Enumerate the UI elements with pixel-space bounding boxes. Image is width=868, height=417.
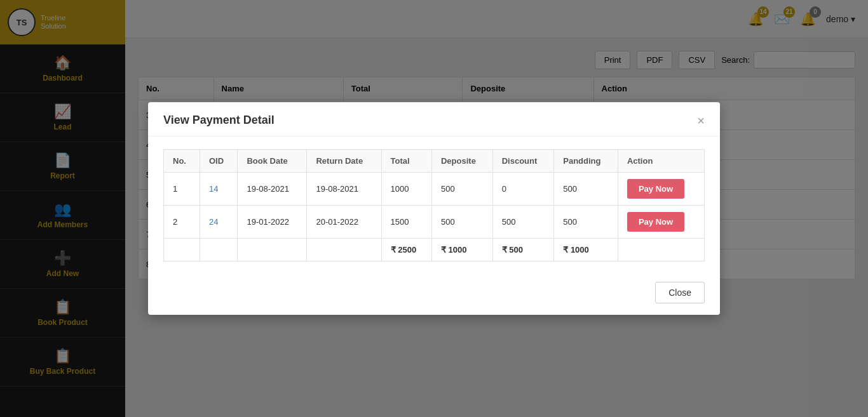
modal-cell-no: 2 [164,206,200,239]
modal-col-action: Action [618,150,704,173]
modal-cell-action: Pay Now [618,206,704,239]
modal-table: No. OID Book Date Return Date Total Depo… [163,149,705,261]
modal-overlay[interactable]: View Payment Detail × No. OID Book Date … [0,0,868,417]
modal-body: No. OID Book Date Return Date Total Depo… [148,136,720,274]
pandding-sum: ₹ 1000 [554,239,618,261]
payment-detail-modal: View Payment Detail × No. OID Book Date … [148,102,720,315]
modal-close-button[interactable]: × [697,114,705,127]
modal-cell-discount: 500 [492,206,554,239]
modal-cell-total: 1000 [381,173,431,206]
modal-col-deposite: Deposite [431,150,492,173]
modal-cell-discount: 0 [492,173,554,206]
modal-table-row: 1 14 19-08-2021 19-08-2021 1000 500 0 50… [164,173,705,206]
modal-col-oid: OID [200,150,238,173]
close-modal-button[interactable]: Close [655,282,705,303]
modal-cell-book-date: 19-01-2022 [238,206,307,239]
modal-cell-return-date: 20-01-2022 [307,206,381,239]
modal-header: View Payment Detail × [148,102,720,136]
modal-cell-book-date: 19-08-2021 [238,173,307,206]
modal-cell-total: 1500 [381,206,431,239]
modal-cell-deposite: 500 [431,173,492,206]
modal-cell-deposite: 500 [431,206,492,239]
modal-totals-row: ₹ 2500 ₹ 1000 ₹ 500 ₹ 1000 [164,239,705,261]
discount-sum: ₹ 500 [492,239,554,261]
pay-now-button[interactable]: Pay Now [627,179,684,199]
oid-link[interactable]: 14 [209,184,218,194]
deposite-sum: ₹ 1000 [431,239,492,261]
modal-cell-pandding: 500 [554,206,618,239]
oid-link[interactable]: 24 [209,217,218,227]
modal-col-pandding: Pandding [554,150,618,173]
total-sum: ₹ 2500 [381,239,431,261]
modal-cell-pandding: 500 [554,173,618,206]
modal-col-discount: Discount [492,150,554,173]
modal-footer: Close [148,274,720,315]
modal-col-total: Total [381,150,431,173]
modal-cell-action: Pay Now [618,173,704,206]
modal-cell-return-date: 19-08-2021 [307,173,381,206]
modal-cell-oid: 24 [200,206,238,239]
modal-table-header-row: No. OID Book Date Return Date Total Depo… [164,150,705,173]
modal-col-no: No. [164,150,200,173]
pay-now-button[interactable]: Pay Now [627,212,684,232]
modal-title: View Payment Detail [163,114,275,127]
modal-table-row: 2 24 19-01-2022 20-01-2022 1500 500 500 … [164,206,705,239]
modal-cell-oid: 14 [200,173,238,206]
modal-col-book-date: Book Date [238,150,307,173]
modal-col-return-date: Return Date [307,150,381,173]
modal-cell-no: 1 [164,173,200,206]
